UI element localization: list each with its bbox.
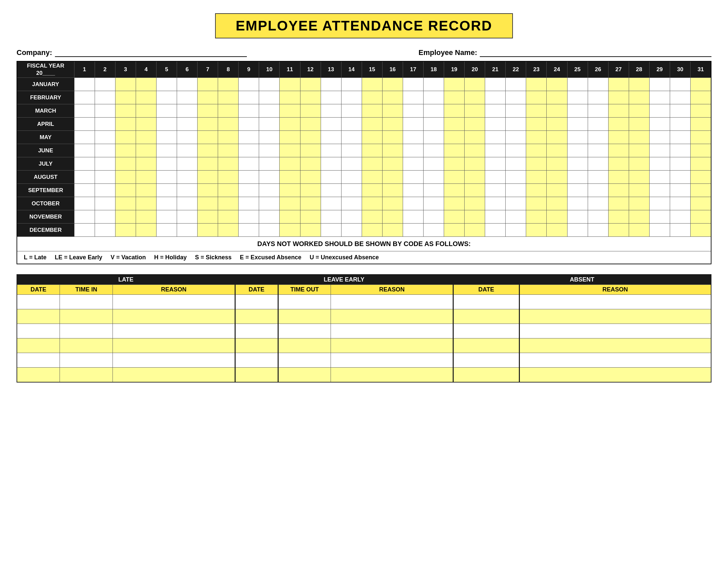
cell-march-day-24[interactable] (547, 104, 567, 117)
cell-july-day-31[interactable] (690, 157, 711, 170)
cell-september-day-17[interactable] (403, 184, 423, 197)
cell-may-day-22[interactable] (506, 131, 526, 144)
cell-january-day-4[interactable] (136, 78, 156, 91)
cell-march-day-17[interactable] (403, 104, 423, 117)
absent-row-3-col-0[interactable] (453, 339, 519, 353)
cell-march-day-31[interactable] (690, 104, 711, 117)
cell-june-day-19[interactable] (444, 144, 465, 157)
cell-june-day-14[interactable] (341, 144, 362, 157)
cell-october-day-7[interactable] (198, 197, 218, 210)
late-row-3-col-1[interactable] (60, 339, 113, 353)
absent-row-5-col-0[interactable] (453, 368, 519, 382)
cell-january-day-21[interactable] (485, 78, 506, 91)
cell-april-day-6[interactable] (177, 117, 198, 131)
cell-september-day-24[interactable] (547, 184, 567, 197)
cell-december-day-15[interactable] (362, 223, 382, 237)
cell-october-day-11[interactable] (280, 197, 300, 210)
cell-september-day-14[interactable] (341, 184, 362, 197)
cell-december-day-11[interactable] (280, 223, 300, 237)
cell-april-day-21[interactable] (485, 117, 506, 131)
cell-august-day-5[interactable] (156, 170, 177, 184)
cell-april-day-15[interactable] (362, 117, 382, 131)
cell-november-day-2[interactable] (95, 210, 115, 223)
cell-november-day-29[interactable] (649, 210, 670, 223)
cell-july-day-14[interactable] (341, 157, 362, 170)
cell-july-day-24[interactable] (547, 157, 567, 170)
cell-december-day-7[interactable] (198, 223, 218, 237)
cell-december-day-30[interactable] (670, 223, 690, 237)
cell-august-day-14[interactable] (341, 170, 362, 184)
late-row-0-col-0[interactable] (17, 295, 60, 309)
cell-august-day-17[interactable] (403, 170, 423, 184)
cell-may-day-28[interactable] (629, 131, 649, 144)
late-row-3-col-0[interactable] (17, 339, 60, 353)
cell-september-day-3[interactable] (115, 184, 136, 197)
cell-march-day-4[interactable] (136, 104, 156, 117)
absent-row-4-col-1[interactable] (519, 353, 711, 368)
cell-march-day-27[interactable] (608, 104, 629, 117)
cell-december-day-8[interactable] (218, 223, 239, 237)
absent-row-1-col-1[interactable] (519, 309, 711, 324)
cell-september-day-16[interactable] (382, 184, 403, 197)
cell-august-day-8[interactable] (218, 170, 239, 184)
cell-july-day-22[interactable] (506, 157, 526, 170)
cell-december-day-18[interactable] (423, 223, 444, 237)
cell-january-day-1[interactable] (74, 78, 95, 91)
cell-march-day-25[interactable] (567, 104, 588, 117)
cell-august-day-19[interactable] (444, 170, 465, 184)
cell-may-day-16[interactable] (382, 131, 403, 144)
cell-october-day-27[interactable] (608, 197, 629, 210)
cell-june-day-7[interactable] (198, 144, 218, 157)
cell-november-day-20[interactable] (465, 210, 485, 223)
cell-october-day-24[interactable] (547, 197, 567, 210)
le-row-4-col-1[interactable] (278, 353, 331, 368)
cell-march-day-29[interactable] (649, 104, 670, 117)
cell-august-day-15[interactable] (362, 170, 382, 184)
cell-february-day-30[interactable] (670, 91, 690, 104)
cell-february-day-19[interactable] (444, 91, 465, 104)
cell-june-day-31[interactable] (690, 144, 711, 157)
cell-february-day-12[interactable] (300, 91, 321, 104)
cell-april-day-18[interactable] (423, 117, 444, 131)
cell-october-day-26[interactable] (588, 197, 608, 210)
cell-march-day-20[interactable] (465, 104, 485, 117)
cell-september-day-7[interactable] (198, 184, 218, 197)
cell-april-day-3[interactable] (115, 117, 136, 131)
cell-september-day-23[interactable] (526, 184, 547, 197)
cell-july-day-1[interactable] (74, 157, 95, 170)
cell-june-day-9[interactable] (239, 144, 259, 157)
cell-january-day-7[interactable] (198, 78, 218, 91)
cell-december-day-5[interactable] (156, 223, 177, 237)
cell-july-day-7[interactable] (198, 157, 218, 170)
cell-february-day-9[interactable] (239, 91, 259, 104)
cell-may-day-30[interactable] (670, 131, 690, 144)
cell-july-day-6[interactable] (177, 157, 198, 170)
cell-september-day-2[interactable] (95, 184, 115, 197)
le-row-0-col-2[interactable] (331, 295, 453, 309)
cell-october-day-2[interactable] (95, 197, 115, 210)
cell-may-day-5[interactable] (156, 131, 177, 144)
cell-august-day-27[interactable] (608, 170, 629, 184)
cell-june-day-11[interactable] (280, 144, 300, 157)
cell-july-day-5[interactable] (156, 157, 177, 170)
cell-november-day-15[interactable] (362, 210, 382, 223)
cell-december-day-14[interactable] (341, 223, 362, 237)
cell-april-day-22[interactable] (506, 117, 526, 131)
cell-october-day-31[interactable] (690, 197, 711, 210)
absent-row-5-col-1[interactable] (519, 368, 711, 382)
cell-november-day-14[interactable] (341, 210, 362, 223)
cell-august-day-10[interactable] (259, 170, 280, 184)
cell-march-day-3[interactable] (115, 104, 136, 117)
cell-october-day-21[interactable] (485, 197, 506, 210)
cell-february-day-11[interactable] (280, 91, 300, 104)
cell-may-day-3[interactable] (115, 131, 136, 144)
cell-february-day-7[interactable] (198, 91, 218, 104)
cell-may-day-9[interactable] (239, 131, 259, 144)
late-row-2-col-2[interactable] (113, 324, 235, 339)
cell-july-day-25[interactable] (567, 157, 588, 170)
cell-september-day-30[interactable] (670, 184, 690, 197)
cell-july-day-23[interactable] (526, 157, 547, 170)
cell-february-day-24[interactable] (547, 91, 567, 104)
le-row-0-col-0[interactable] (235, 295, 278, 309)
cell-november-day-4[interactable] (136, 210, 156, 223)
